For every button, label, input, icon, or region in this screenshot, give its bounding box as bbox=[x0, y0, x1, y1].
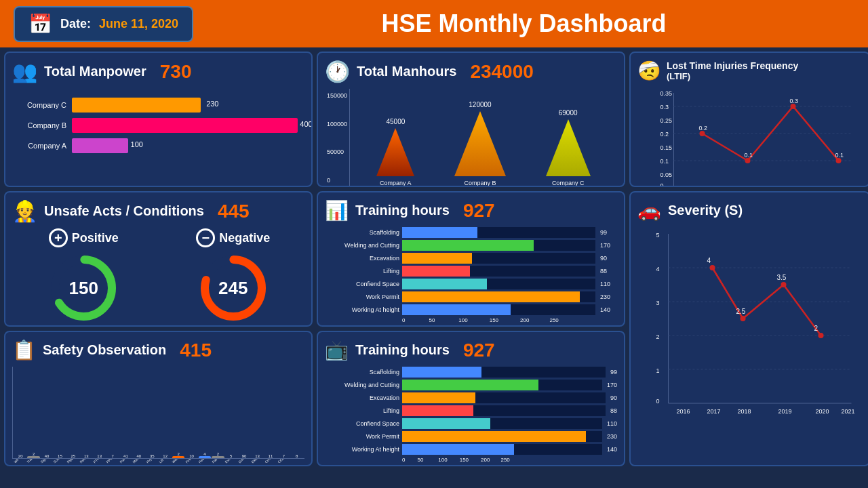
ltif-title: Lost Time Injuries Frequency bbox=[667, 60, 798, 71]
manpower-bar-c: Company C 230 bbox=[19, 98, 298, 113]
svg-text:0: 0 bbox=[660, 182, 664, 187]
training-title: Training hours bbox=[355, 203, 450, 218]
training-r3-title: Training hours bbox=[355, 342, 450, 358]
ltif-chart: 0.35 0.3 0.25 0.2 0.15 0.1 0.05 0 0.2 0.… bbox=[637, 87, 862, 187]
training-r3-icon: 📺 bbox=[325, 339, 349, 361]
svg-text:5: 5 bbox=[656, 232, 660, 239]
page-title: HSE Monthly Dashboard bbox=[193, 9, 854, 38]
training-card-r3: 📺 Training hours 927 Scaffolding99 Weldi… bbox=[317, 331, 625, 466]
manpower-bar-b: Company B 400 bbox=[19, 118, 298, 133]
manhours-value: 234000 bbox=[470, 61, 533, 83]
manhours-chart: 150000100000500000 45000 bbox=[325, 89, 617, 187]
negative-value: 245 bbox=[218, 278, 248, 299]
svg-text:2016: 2016 bbox=[677, 408, 690, 415]
svg-text:0.15: 0.15 bbox=[660, 144, 673, 151]
svg-point-49 bbox=[781, 282, 787, 287]
safety-obs-chart: 20 2 40 15 25 13 13 7 41 40 35 12 2 10 4… bbox=[12, 367, 304, 465]
unsafe-icon: 👷 bbox=[12, 199, 37, 223]
ltif-icon: 🤕 bbox=[637, 60, 661, 82]
svg-text:2021: 2021 bbox=[842, 408, 855, 415]
svg-text:2020: 2020 bbox=[816, 408, 829, 415]
ltif-card: 🤕 Lost Time Injuries Frequency (LTIF) 0.… bbox=[629, 52, 868, 187]
safety-obs-card: 📋 Safety Observation 415 20 2 40 15 25 1… bbox=[4, 331, 313, 466]
manpower-bar-a: Company A 100 bbox=[19, 138, 298, 153]
date-label: Date: bbox=[60, 17, 91, 31]
svg-text:0.35: 0.35 bbox=[660, 90, 673, 97]
manhours-card: 🕐 Total Manhours 234000 1500001000005000… bbox=[317, 52, 625, 187]
svg-text:3.5: 3.5 bbox=[777, 274, 787, 281]
negative-icon: − bbox=[196, 228, 215, 247]
severity-icon: 🚗 bbox=[637, 199, 661, 222]
unsafe-title: Unsafe Acts / Conditions bbox=[44, 203, 204, 219]
svg-marker-2 bbox=[546, 119, 591, 176]
training-chart-r3: Scaffolding99 Welding and Cutting170 Exc… bbox=[325, 367, 617, 463]
svg-text:1: 1 bbox=[656, 367, 660, 374]
calendar-icon: 📅 bbox=[28, 13, 52, 35]
svg-text:2017: 2017 bbox=[707, 408, 721, 415]
svg-text:2018: 2018 bbox=[738, 408, 751, 415]
positive-section: + Positive 150 bbox=[12, 228, 155, 325]
manpower-card: 👥 Total Manpower 730 Company C 230 Compa… bbox=[4, 52, 313, 187]
training-value: 927 bbox=[463, 200, 495, 222]
negative-section: − Negative 245 bbox=[162, 228, 305, 325]
training-r3-value: 927 bbox=[463, 340, 495, 361]
svg-text:0.25: 0.25 bbox=[660, 117, 673, 124]
svg-text:0.1: 0.1 bbox=[835, 152, 844, 159]
manpower-bars: Company C 230 Company B 400 Company A 10… bbox=[12, 89, 304, 162]
safety-obs-title: Safety Observation bbox=[43, 342, 166, 358]
svg-point-47 bbox=[741, 316, 746, 321]
severity-card: 🚗 Severity (S) 5 4 3 2 1 0 4 bbox=[629, 191, 868, 466]
unsafe-card: 👷 Unsafe Acts / Conditions 445 + Positiv… bbox=[4, 191, 313, 327]
manhours-title: Total Manhours bbox=[357, 64, 456, 79]
severity-title: Severity (S) bbox=[668, 203, 743, 218]
svg-point-21 bbox=[791, 104, 796, 109]
svg-point-51 bbox=[818, 333, 824, 338]
positive-value: 150 bbox=[69, 278, 98, 299]
svg-text:0.3: 0.3 bbox=[790, 98, 799, 104]
unsafe-value: 445 bbox=[218, 201, 250, 222]
svg-text:2.5: 2.5 bbox=[736, 308, 746, 315]
svg-text:4: 4 bbox=[656, 266, 660, 272]
svg-text:0.2: 0.2 bbox=[699, 125, 708, 131]
manpower-icon: 👥 bbox=[12, 60, 37, 83]
svg-text:2: 2 bbox=[656, 333, 660, 340]
negative-label: Negative bbox=[219, 231, 270, 245]
svg-point-17 bbox=[700, 131, 705, 136]
clock-icon: 🕐 bbox=[325, 60, 350, 83]
svg-point-45 bbox=[710, 265, 715, 270]
svg-marker-1 bbox=[454, 111, 506, 176]
manpower-value: 730 bbox=[160, 61, 192, 83]
svg-text:0.1: 0.1 bbox=[660, 158, 669, 165]
svg-text:0.2: 0.2 bbox=[660, 131, 669, 138]
manpower-title: Total Manpower bbox=[44, 64, 146, 79]
svg-text:2019: 2019 bbox=[778, 408, 792, 415]
svg-text:2: 2 bbox=[814, 325, 818, 332]
svg-text:0: 0 bbox=[656, 398, 660, 405]
training-chart: Scaffolding99 Welding and Cutting170 Exc… bbox=[325, 227, 617, 323]
severity-chart: 5 4 3 2 1 0 4 2.5 3.5 2 bbox=[637, 227, 862, 417]
training-card: 📊 Training hours 927 Scaffolding99 Weldi… bbox=[317, 191, 625, 327]
svg-point-23 bbox=[836, 158, 842, 163]
svg-text:0.05: 0.05 bbox=[660, 171, 673, 178]
svg-text:4: 4 bbox=[707, 257, 711, 264]
date-value: June 11, 2020 bbox=[99, 17, 178, 31]
training-icon: 📊 bbox=[325, 199, 349, 222]
svg-text:3: 3 bbox=[656, 300, 660, 306]
date-box: 📅 Date: June 11, 2020 bbox=[14, 6, 193, 42]
svg-point-19 bbox=[745, 158, 751, 163]
unsafe-pos-neg: + Positive 150 − Negative bbox=[12, 228, 304, 325]
svg-text:0.1: 0.1 bbox=[745, 152, 753, 159]
safety-obs-icon: 📋 bbox=[12, 339, 36, 361]
header: 📅 Date: June 11, 2020 HSE Monthly Dashbo… bbox=[0, 0, 868, 47]
positive-label: Positive bbox=[72, 231, 119, 245]
svg-text:0.3: 0.3 bbox=[660, 104, 669, 110]
safety-obs-value: 415 bbox=[180, 340, 212, 361]
positive-icon: + bbox=[49, 228, 68, 247]
ltif-subtitle: (LTIF) bbox=[667, 71, 798, 81]
svg-marker-0 bbox=[376, 128, 414, 176]
